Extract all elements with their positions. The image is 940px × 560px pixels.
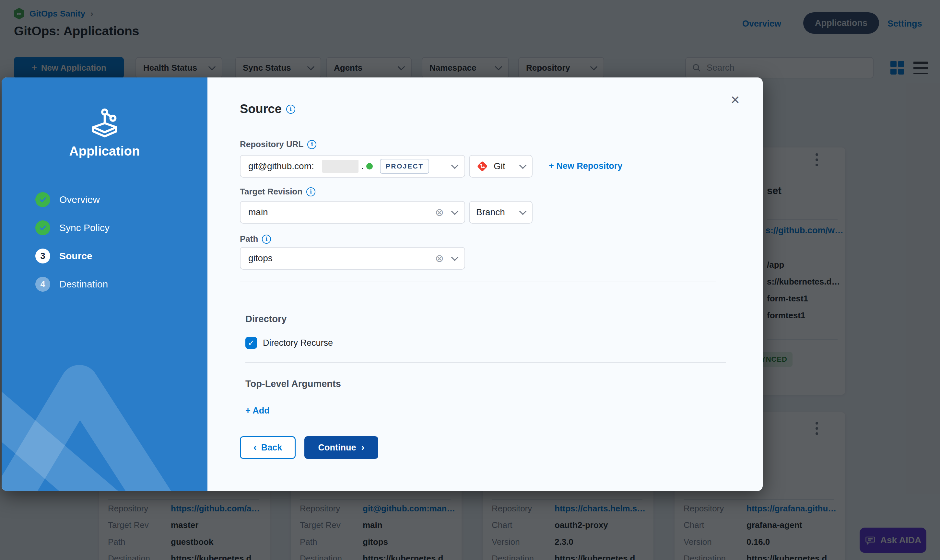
clear-icon[interactable]: ⊗ <box>435 253 444 263</box>
directory-section-heading: Directory <box>245 314 286 325</box>
repository-url-label: Repository URLi <box>240 139 316 149</box>
chevron-left-icon: ‹ <box>254 442 257 452</box>
chevron-right-icon: › <box>361 442 364 452</box>
wizard-step-overview[interactable]: Overview <box>35 192 100 207</box>
step-number-badge: 3 <box>35 249 50 263</box>
new-application-wizard-modal: Application Overview Sync Policy 3 Sourc… <box>2 77 763 491</box>
revision-type-value: Branch <box>476 207 515 217</box>
chevron-down-icon <box>519 208 527 215</box>
target-revision-value[interactable] <box>248 207 432 218</box>
path-label: Pathi <box>240 234 271 244</box>
directory-recurse-checkbox[interactable]: ✓ <box>245 337 257 349</box>
repo-type-value: Git <box>494 161 515 171</box>
close-icon[interactable]: ✕ <box>730 94 740 106</box>
target-revision-label: Target Revisioni <box>240 187 315 197</box>
modal-title: Source <box>240 102 282 116</box>
info-icon[interactable]: i <box>306 187 315 196</box>
wizard-sidebar: Application Overview Sync Policy 3 Sourc… <box>2 77 208 491</box>
project-scope-badge: PROJECT <box>380 159 429 174</box>
info-icon[interactable]: i <box>286 105 295 114</box>
path-value[interactable] <box>248 253 432 264</box>
top-level-arguments-heading: Top-Level Arguments <box>245 378 341 389</box>
wizard-step-destination[interactable]: 4 Destination <box>35 277 108 292</box>
step-number-badge: 4 <box>35 277 50 292</box>
back-button[interactable]: ‹ Back <box>240 436 295 459</box>
gitops-applications-page: ∞ GitOps Sanity › GitOps: Applications O… <box>0 0 940 560</box>
chevron-down-icon[interactable] <box>451 254 458 261</box>
step-label: Source <box>59 251 92 262</box>
repository-url-value[interactable] <box>248 161 320 172</box>
step-label: Destination <box>59 279 108 290</box>
new-repository-link[interactable]: + New Repository <box>549 161 622 171</box>
info-icon[interactable]: i <box>262 235 271 244</box>
modal-title-row: Source i <box>240 102 295 116</box>
target-revision-input[interactable]: ⊗ <box>240 201 465 224</box>
application-box-icon <box>85 103 125 143</box>
check-circle-icon <box>35 220 50 235</box>
directory-recurse-row: ✓ Directory Recurse <box>245 337 333 349</box>
repo-type-select[interactable]: Git <box>469 155 532 178</box>
repository-url-suffix: . <box>361 161 364 171</box>
harness-watermark <box>2 303 208 491</box>
continue-button[interactable]: Continue › <box>305 436 378 459</box>
wizard-step-source[interactable]: 3 Source <box>35 249 92 263</box>
wizard-step-sync-policy[interactable]: Sync Policy <box>35 220 109 235</box>
add-argument-link[interactable]: + Add <box>245 406 270 416</box>
chevron-down-icon[interactable] <box>451 208 458 215</box>
revision-type-select[interactable]: Branch <box>469 201 532 224</box>
wizard-title: Application <box>2 144 208 158</box>
info-icon[interactable]: i <box>307 140 316 149</box>
git-icon <box>476 160 488 172</box>
clear-icon[interactable]: ⊗ <box>435 207 444 217</box>
connection-status-dot <box>366 163 373 169</box>
path-input[interactable]: ⊗ <box>240 247 465 270</box>
step-label: Sync Policy <box>59 222 109 233</box>
directory-recurse-label: Directory Recurse <box>263 338 333 348</box>
chevron-down-icon <box>519 162 527 169</box>
chevron-down-icon[interactable] <box>451 162 458 169</box>
step-label: Overview <box>59 194 100 205</box>
check-circle-icon <box>35 192 50 207</box>
repository-url-input[interactable]: . PROJECT <box>240 155 465 178</box>
redacted-text <box>322 160 358 173</box>
